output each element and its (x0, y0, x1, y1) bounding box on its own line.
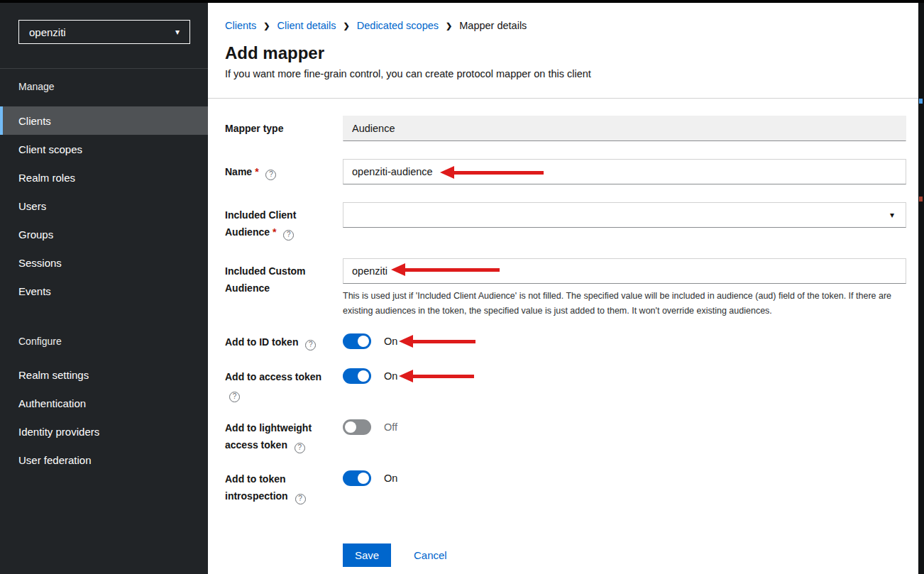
scrollbar-mark-red (919, 197, 923, 202)
realm-selector[interactable]: openziti ▾ (18, 20, 190, 44)
add-to-lightweight-access-token-row: Add to lightweight access token ? Off (225, 419, 906, 453)
nav-list-configure: Realm settings Authentication Identity p… (0, 360, 208, 474)
sidebar-item-client-scopes[interactable]: Client scopes (0, 135, 208, 163)
add-to-access-token-state: On (384, 368, 397, 402)
scrollbar-mark-blue (919, 99, 923, 104)
page-title: Add mapper (225, 43, 324, 63)
breadcrumb: Clients ❯ Client details ❯ Dedicated sco… (225, 20, 527, 31)
toggle-knob (358, 370, 369, 382)
name-input[interactable] (343, 159, 906, 184)
nav-list-manage: Clients Client scopes Realm roles Users … (0, 106, 208, 305)
caret-down-icon: ▾ (175, 27, 180, 37)
arrow-head-icon (399, 335, 413, 348)
arrow-head-icon (440, 166, 454, 179)
header-divider (208, 98, 924, 99)
sidebar-item-events[interactable]: Events (0, 277, 208, 305)
chevron-right-icon: ❯ (446, 21, 452, 31)
sidebar-item-authentication[interactable]: Authentication (0, 389, 208, 417)
scrollbar[interactable] (918, 0, 924, 574)
cancel-button[interactable]: Cancel (414, 543, 447, 567)
arrow-head-icon (391, 263, 405, 276)
add-to-id-token-state: On (384, 333, 397, 351)
sidebar-item-realm-roles[interactable]: Realm roles (0, 163, 208, 192)
sidebar-item-clients[interactable]: Clients (0, 106, 208, 135)
nav-section-manage: Manage (18, 81, 55, 92)
name-label: Name* ? (225, 159, 343, 184)
add-to-id-token-label: Add to ID token ? (225, 333, 343, 351)
required-asterisk: * (255, 166, 258, 177)
nav-section-configure: Configure (18, 336, 62, 347)
mapper-type-input (343, 116, 906, 141)
included-custom-audience-help: This is used just if 'Included Client Au… (343, 289, 906, 319)
toggle-knob (345, 421, 356, 433)
help-icon[interactable]: ? (295, 443, 305, 453)
add-to-token-introspection-label: Add to token introspection ? (225, 470, 343, 504)
mapper-type-label: Mapper type (225, 116, 343, 141)
add-to-id-token-row: Add to ID token ? On (225, 333, 906, 351)
top-black-bar (0, 0, 924, 3)
add-to-access-token-label: Add to access token ? (225, 368, 343, 402)
chevron-right-icon: ❯ (343, 21, 350, 31)
arrow-head-icon (399, 370, 413, 382)
included-client-audience-row: Included Client Audience* ? ▾ (225, 202, 906, 241)
realm-selector-label: openziti (29, 26, 66, 38)
breadcrumb-clients[interactable]: Clients (225, 20, 256, 31)
mapper-type-row: Mapper type (225, 116, 906, 141)
add-to-token-introspection-state: On (384, 470, 397, 504)
sidebar-item-users[interactable]: Users (0, 192, 208, 220)
toggle-knob (358, 473, 369, 484)
sidebar-item-sessions[interactable]: Sessions (0, 248, 208, 277)
add-to-access-token-toggle[interactable] (343, 368, 371, 384)
included-client-audience-label: Included Client Audience* ? (225, 202, 343, 241)
help-icon[interactable]: ? (265, 170, 276, 180)
help-icon[interactable]: ? (295, 494, 306, 504)
included-custom-audience-label: Included Custom Audience (225, 258, 343, 297)
help-icon[interactable]: ? (305, 340, 316, 351)
save-button[interactable]: Save (343, 543, 391, 567)
sidebar-divider (0, 68, 208, 69)
breadcrumb-dedicated-scopes[interactable]: Dedicated scopes (357, 20, 439, 31)
add-to-lightweight-access-token-label: Add to lightweight access token ? (225, 419, 343, 453)
add-to-token-introspection-toggle[interactable] (343, 470, 371, 486)
sidebar-item-groups[interactable]: Groups (0, 220, 208, 248)
chevron-right-icon: ❯ (263, 21, 270, 31)
sidebar: openziti ▾ Manage Clients Client scopes … (0, 3, 208, 574)
add-to-lightweight-access-token-state: Off (384, 419, 397, 453)
toggle-knob (358, 336, 369, 347)
help-icon[interactable]: ? (283, 230, 294, 241)
add-to-access-token-row: Add to access token ? On (225, 368, 906, 402)
add-to-lightweight-access-token-toggle[interactable] (343, 419, 371, 435)
sidebar-item-identity-providers[interactable]: Identity providers (0, 417, 208, 446)
required-asterisk: * (273, 226, 276, 238)
add-to-token-introspection-row: Add to token introspection ? On (225, 470, 906, 504)
page-subtitle: If you want more fine-grain control, you… (225, 68, 591, 79)
caret-down-icon: ▾ (890, 210, 894, 220)
help-icon[interactable]: ? (229, 392, 240, 402)
main-content: Clients ❯ Client details ❯ Dedicated sco… (208, 3, 924, 574)
sidebar-item-user-federation[interactable]: User federation (0, 446, 208, 474)
name-row: Name* ? (225, 159, 906, 184)
breadcrumb-client-details[interactable]: Client details (277, 20, 336, 31)
add-to-id-token-toggle[interactable] (343, 333, 371, 349)
included-client-audience-select[interactable]: ▾ (343, 202, 906, 228)
sidebar-item-realm-settings[interactable]: Realm settings (0, 360, 208, 389)
breadcrumb-mapper-details: Mapper details (459, 20, 527, 31)
